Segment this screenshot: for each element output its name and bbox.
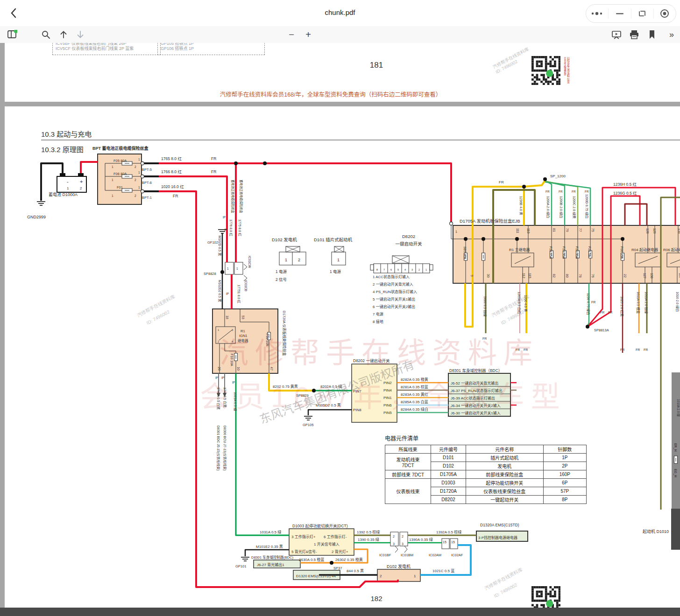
diagram-label: IP xyxy=(221,376,224,379)
diagram-label: 2 xyxy=(380,574,382,578)
diagram-label: 1021C 0.5 蓝 xyxy=(432,568,454,573)
table-row: 前部线束 7DCTD1705A前部线束保险丝盒160P xyxy=(385,470,587,479)
previous-page-button[interactable] xyxy=(57,28,70,41)
diagram-label: IP xyxy=(215,376,218,379)
diagram-label: 77 xyxy=(579,228,582,232)
diagram-label: D101 插片式起动机 xyxy=(314,237,353,242)
diagram-label: 3 xyxy=(411,268,413,271)
diagram-label: FR xyxy=(559,190,563,193)
diagram-label: M101E2 0.35 黑 xyxy=(256,545,283,549)
diagram-label: 8 接地 xyxy=(373,319,383,324)
diagram-label: M102D2 0.5 黑 xyxy=(218,280,221,302)
diagram-label: FR xyxy=(608,311,612,314)
diagram-label: 111 xyxy=(516,228,519,233)
diagram-label: 蓄电池正极电缆保险丝盒 xyxy=(239,180,243,213)
next-page-button[interactable] xyxy=(74,28,87,41)
table-cell: 一键起动开关 xyxy=(466,496,543,504)
diagram-label: FR xyxy=(591,301,595,304)
diagram-label: 3 xyxy=(393,542,395,546)
diagram-label: 1236B 4.0 黄 xyxy=(519,196,523,215)
table-cell: D1720A xyxy=(431,487,466,496)
diagram-label: D1705A 发动机舱保险丝盒EJB xyxy=(460,218,520,224)
diagram-label: 6 xyxy=(390,268,392,271)
diagram-label: 4 xyxy=(404,268,406,271)
diagram-label: F23 30A xyxy=(562,246,566,259)
component-table-title: 电器元件清单 xyxy=(385,434,587,442)
qr-code xyxy=(531,586,560,608)
splice-dot xyxy=(522,185,526,189)
diagram-label: FR xyxy=(572,190,576,193)
wire-1766 xyxy=(159,176,227,262)
diagram-label: 1 xyxy=(236,267,238,270)
search-button[interactable] xyxy=(39,28,52,41)
diagram-label: 10.3.2 原理图 xyxy=(41,146,84,154)
pdf-viewport[interactable]: ICV5BF 仪表板线束接右前门线束 26P ICV5CF 仪表板线束接右前门线… xyxy=(0,43,680,616)
dots-icon xyxy=(590,11,604,16)
qr-code xyxy=(531,56,560,87)
wiring-diagram: 10.3 起动与充电10.3.2 原理图BPT 蓄电池正极电缆保险丝盒-+12蓄… xyxy=(5,106,680,608)
diagram-label: SP8813A xyxy=(594,328,609,332)
more-options-button[interactable] xyxy=(586,8,608,19)
diagram-label: 1390 0.35 绿 xyxy=(358,538,379,542)
diagram-label: 1200A 2.0 绿白 xyxy=(546,196,550,218)
table-header: 元件编号 xyxy=(431,445,466,454)
diagram-label: IC01BF xyxy=(379,553,391,557)
diagram-label: 2 一键启动开关背光输入 xyxy=(373,282,413,287)
diagram-label: BPT 蓄电池正极电缆保险丝盒 xyxy=(92,146,149,151)
diagram-label: FR xyxy=(636,348,640,351)
diagram-label: 53 xyxy=(241,315,245,319)
diagram-label: 8 xyxy=(376,268,378,271)
diagram-label: 1390A 0.35 绿 xyxy=(409,538,433,542)
diagram-label: M102D 0.5 黑 xyxy=(218,236,221,256)
diagram-label: GND2999 xyxy=(27,215,46,219)
diagram-label: 2 背光灯+ xyxy=(332,549,348,554)
record-button[interactable] xyxy=(654,8,676,19)
table-cell: 2P xyxy=(543,462,586,470)
terminal xyxy=(141,190,144,193)
watermark: 汽修帮手在线资料库 ID: 7496002 xyxy=(492,46,532,75)
dark-red-loop xyxy=(625,204,647,225)
diagram-label: 1 xyxy=(67,186,69,190)
zoom-out-button[interactable]: − xyxy=(285,28,298,41)
table-row: 发动机线束 7DCTD101插片式起动机1P xyxy=(385,454,587,462)
d8202-conn-tab xyxy=(430,265,433,270)
splice-dot xyxy=(482,237,485,241)
diagram-label: J6-27 背光输出1 xyxy=(257,562,284,567)
presentation-mode-button[interactable] xyxy=(610,28,623,41)
restore-button[interactable] xyxy=(631,8,653,19)
minimize-button[interactable] xyxy=(609,8,630,19)
diagram-label: F08 30A xyxy=(620,246,623,259)
page-number-181: 181 xyxy=(348,61,404,70)
diagram-label: F05 80A xyxy=(113,159,127,163)
notification-dot xyxy=(14,30,17,33)
diagram-label: 1775 8.0 红 xyxy=(238,219,242,236)
diagram-label: BPT-6 xyxy=(142,181,152,185)
diagram-label: SB9 40A xyxy=(463,246,467,259)
diagram-label: 7 xyxy=(383,268,385,271)
diagram-label: 1 xyxy=(138,158,140,161)
diagram-label: D1320A EMS(C15TD) xyxy=(480,523,519,527)
diagram-label: 2 xyxy=(218,340,219,343)
diagram-label: 1 xyxy=(455,230,457,233)
table-cell: 160P xyxy=(543,470,586,479)
sidebar-toggle-button[interactable] xyxy=(6,28,19,41)
diagram-label: 2 xyxy=(135,165,136,168)
diagram-label: 2 信号 xyxy=(276,277,287,282)
diagram-label: 1236 0.75 绿白 xyxy=(586,293,590,315)
table-cell: 仪表板线束保险丝盒 xyxy=(466,487,543,496)
print-button[interactable] xyxy=(628,28,641,41)
table-header: 针脚数 xyxy=(543,445,586,454)
diagram-label: BPT-1 xyxy=(142,196,152,200)
diagram-label: 1776 8.0 红 xyxy=(229,219,233,236)
bookmark-button[interactable] xyxy=(645,28,659,41)
more-tools-button[interactable]: » xyxy=(665,28,678,41)
diagram-label: 1 电源 xyxy=(330,269,341,274)
diagram-label: FR xyxy=(211,156,216,161)
diagram-label: 2 xyxy=(80,186,82,190)
zoom-in-button[interactable]: + xyxy=(302,28,315,41)
diagram-label: 1 开关信号输入 xyxy=(314,542,340,546)
diagram-label: FR xyxy=(545,190,550,193)
table-cell: 8P xyxy=(543,496,586,504)
diagram-label: 130 xyxy=(650,273,653,279)
diagram-label: 80 xyxy=(566,274,569,278)
